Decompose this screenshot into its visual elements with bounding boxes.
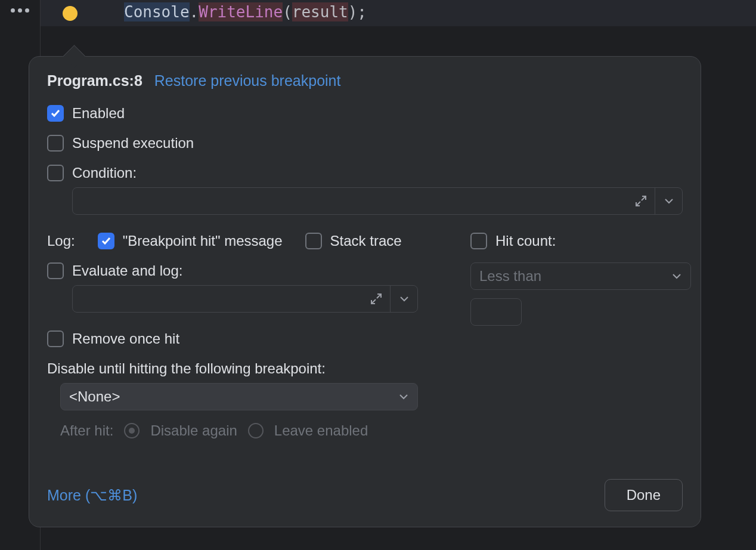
hit-count-mode-select[interactable]: Less than	[470, 262, 691, 290]
hit-count-checkbox[interactable]	[470, 233, 487, 249]
expand-icon[interactable]	[627, 188, 655, 214]
hit-count-mode-value: Less than	[479, 268, 541, 285]
evaluate-checkbox[interactable]	[47, 262, 64, 279]
code-text[interactable]: Console.WriteLine(result);	[124, 3, 367, 21]
remove-once-label[interactable]: Remove once hit	[72, 330, 179, 347]
remove-once-checkbox[interactable]	[47, 330, 64, 347]
disable-until-select[interactable]: <None>	[60, 383, 418, 410]
stack-trace-checkbox[interactable]	[305, 233, 322, 249]
popup-header: Program.cs:8 Restore previous breakpoint	[47, 72, 683, 89]
popup-title: Program.cs:8	[47, 72, 142, 89]
disable-again-radio	[124, 423, 140, 438]
chevron-down-icon[interactable]	[390, 286, 417, 312]
disable-until-label: Disable until hitting the following brea…	[47, 360, 429, 377]
log-label: Log:	[47, 233, 75, 249]
bp-hit-label[interactable]: "Breakpoint hit" message	[123, 233, 283, 249]
evaluate-input[interactable]	[72, 285, 418, 313]
hit-count-label[interactable]: Hit count:	[495, 233, 556, 249]
more-icon[interactable]	[11, 8, 29, 13]
breakpoint-marker-icon[interactable]	[63, 6, 78, 21]
bp-hit-checkbox[interactable]	[98, 233, 114, 249]
disable-until-value: <None>	[69, 388, 120, 405]
disable-again-label: Disable again	[150, 422, 237, 439]
more-link[interactable]: More (⌥⌘B)	[47, 487, 137, 504]
enabled-checkbox[interactable]	[47, 105, 64, 122]
stack-trace-label[interactable]: Stack trace	[330, 233, 402, 249]
after-hit-label: After hit:	[60, 422, 113, 439]
leave-enabled-label: Leave enabled	[274, 422, 368, 439]
condition-checkbox[interactable]	[47, 165, 64, 181]
done-button[interactable]: Done	[605, 479, 683, 511]
leave-enabled-radio	[248, 423, 264, 438]
suspend-checkbox[interactable]	[47, 135, 64, 152]
restore-previous-link[interactable]: Restore previous breakpoint	[154, 72, 341, 89]
condition-input[interactable]	[72, 187, 683, 215]
expand-icon[interactable]	[362, 286, 390, 312]
evaluate-label[interactable]: Evaluate and log:	[72, 262, 182, 279]
chevron-down-icon[interactable]	[655, 188, 682, 214]
condition-label[interactable]: Condition:	[72, 165, 137, 181]
breakpoint-popup: Program.cs:8 Restore previous breakpoint…	[29, 56, 701, 527]
suspend-label[interactable]: Suspend execution	[72, 135, 194, 152]
hit-count-value-input[interactable]	[470, 298, 522, 326]
enabled-label[interactable]: Enabled	[72, 105, 125, 122]
